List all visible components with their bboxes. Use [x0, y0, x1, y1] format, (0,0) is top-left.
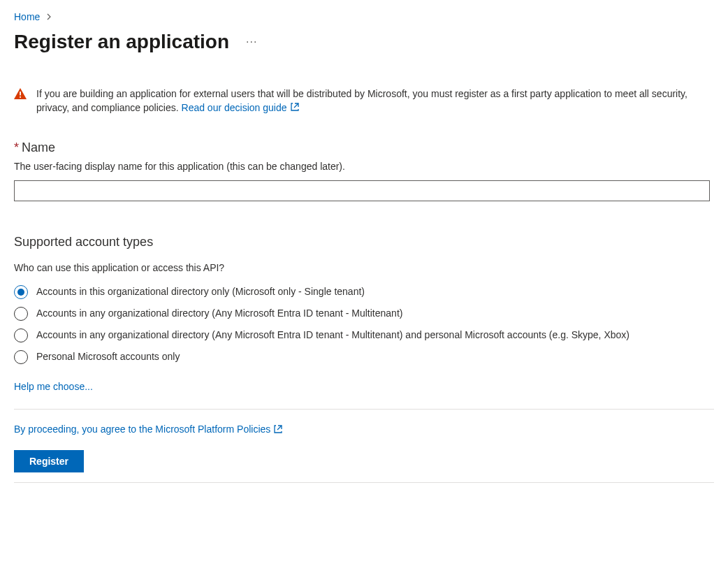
account-types-heading: Supported account types	[14, 235, 714, 250]
account-types-question: Who can use this application or access t…	[14, 262, 714, 273]
decision-guide-link[interactable]: Read our decision guide	[182, 102, 300, 113]
warning-text: If you are building an application for e…	[36, 87, 714, 115]
radio-button-icon	[14, 307, 28, 321]
name-input[interactable]	[14, 180, 710, 201]
platform-policies-link[interactable]: By proceeding, you agree to the Microsof…	[14, 424, 283, 435]
radio-label: Accounts in this organizational director…	[36, 284, 365, 298]
required-indicator: *	[14, 140, 19, 154]
radio-personal-only[interactable]: Personal Microsoft accounts only	[14, 349, 714, 364]
breadcrumb: Home	[14, 11, 714, 22]
external-link-icon	[290, 101, 300, 115]
name-section: *Name The user-facing display name for t…	[14, 140, 714, 201]
warning-message: If you are building an application for e…	[36, 88, 687, 113]
svg-rect-0	[20, 92, 21, 96]
radio-button-icon	[14, 285, 28, 299]
radio-label: Accounts in any organizational directory…	[36, 328, 629, 342]
name-label: *Name	[14, 140, 714, 155]
radio-label: Accounts in any organizational directory…	[36, 306, 402, 320]
radio-button-icon	[14, 350, 28, 364]
radio-button-icon	[14, 328, 28, 342]
account-types-radio-group: Accounts in this organizational director…	[14, 284, 714, 364]
more-actions-button[interactable]: ···	[246, 36, 257, 48]
policies-row: By proceeding, you agree to the Microsof…	[14, 424, 714, 436]
help-me-choose-link[interactable]: Help me choose...	[14, 381, 93, 392]
warning-icon	[14, 88, 27, 101]
svg-rect-1	[20, 96, 21, 98]
radio-single-tenant[interactable]: Accounts in this organizational director…	[14, 284, 714, 299]
footer: By proceeding, you agree to the Microsof…	[14, 410, 714, 483]
radio-label: Personal Microsoft accounts only	[36, 349, 180, 363]
warning-banner: If you are building an application for e…	[14, 87, 714, 115]
breadcrumb-home-link[interactable]: Home	[14, 11, 40, 22]
name-description: The user-facing display name for this ap…	[14, 161, 714, 172]
radio-multitenant[interactable]: Accounts in any organizational directory…	[14, 306, 714, 321]
radio-multitenant-personal[interactable]: Accounts in any organizational directory…	[14, 328, 714, 342]
external-link-icon	[273, 424, 283, 436]
chevron-right-icon	[47, 13, 52, 22]
register-button[interactable]: Register	[14, 450, 84, 472]
page-title-row: Register an application ···	[14, 31, 714, 53]
page-title: Register an application	[14, 31, 229, 53]
